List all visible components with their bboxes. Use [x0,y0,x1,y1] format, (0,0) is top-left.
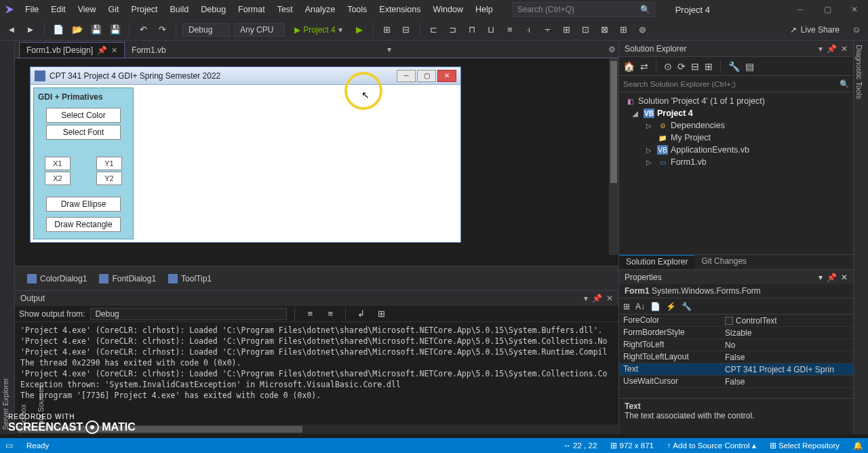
output-toggle2-icon[interactable]: ⊞ [374,307,389,321]
close-icon[interactable]: ✕ [841,0,868,19]
prop-row-righttoleftlayout[interactable]: RightToLeftLayoutFalse [619,351,853,363]
new-icon[interactable]: 📄 [51,22,66,37]
component-tooltip[interactable]: ToolTip1 [168,274,212,283]
save-icon[interactable]: 💾 [89,22,104,37]
preview-icon[interactable]: ▤ [745,61,754,72]
select-color-button[interactable]: Select Color [46,108,121,123]
menu-git[interactable]: Git [102,2,125,17]
gdi-panel[interactable]: GDI + Primatives Select Color Select Fon… [33,87,134,239]
menu-tools[interactable]: Tools [341,2,373,17]
form-designer[interactable]: CPT 341 Project 4 GDI+ Spring Semester 2… [30,66,461,243]
notifications-icon[interactable]: 🔔 [853,441,863,450]
close-panel-icon[interactable]: ✕ [841,273,848,282]
properties-object-selector[interactable]: Form1 System.Windows.Forms.Form [619,284,853,298]
expander-icon[interactable]: ▷ [646,159,654,166]
properties-icon[interactable]: 🔧 [728,61,740,72]
layout-icon[interactable]: ⊞ [380,22,395,37]
prop-row-usewaitcursor[interactable]: UseWaitCursorFalse [619,376,853,388]
align7-icon[interactable]: ⫟ [540,22,555,37]
doc-dropdown-icon[interactable]: ▾ [387,45,391,54]
output-toggle-icon[interactable]: ≡ [323,307,338,321]
pin-icon[interactable]: 📌 [97,45,107,55]
align12-icon[interactable]: ⊚ [635,22,650,37]
appevents-node[interactable]: ▷VBApplicationEvents.vb [619,144,853,156]
alphabetical-icon[interactable]: A↓ [635,302,645,311]
align3-icon[interactable]: ⊓ [465,22,479,37]
events-icon[interactable]: ⚡ [666,302,676,311]
y2-field[interactable]: Y2 [96,172,122,185]
menu-extensions[interactable]: Extensions [373,2,427,17]
solution-explorer-tab[interactable]: Solution Explorer [619,255,694,269]
draw-rectangle-button[interactable]: Draw Rectangle [46,217,121,232]
minimize-icon[interactable]: ─ [787,0,814,19]
undo-icon[interactable]: ↶ [136,22,151,37]
menu-debug[interactable]: Debug [195,2,232,17]
solution-node[interactable]: ◧Solution 'Project 4' (1 of 1 project) [619,95,853,107]
prop-row-text[interactable]: TextCPT 341 Project 4 GDI+ Sprin [619,363,853,376]
add-source-control-button[interactable]: ↑ Add to Source Control ▴ [667,441,756,450]
output-wordwrap-icon[interactable]: ↲ [353,307,368,321]
redo-icon[interactable]: ↷ [155,22,170,37]
output-clear-icon[interactable]: ≡ [302,307,317,321]
home-icon[interactable]: 🏠 [623,61,635,72]
start-noDebug-icon[interactable]: ▶ [352,22,367,37]
git-changes-tab[interactable]: Git Changes [694,255,753,269]
align11-icon[interactable]: ⊞ [616,22,631,37]
config-dropdown[interactable]: Debug [182,23,230,37]
menu-window[interactable]: Window [427,2,469,17]
search-input[interactable]: Search (Ctrl+Q)🔍 [513,2,655,17]
myproject-node[interactable]: 📁My Project [619,132,853,144]
menu-build[interactable]: Build [163,2,195,17]
align4-icon[interactable]: ⊔ [484,22,498,37]
prop-row-formborderstyle[interactable]: FormBorderStyleSizable [619,327,853,339]
prop-row-righttoleft[interactable]: RightToLeftNo [619,339,853,351]
menu-format[interactable]: Format [232,2,271,17]
expander-icon[interactable]: ▷ [646,122,654,130]
align2-icon[interactable]: ⊐ [446,22,460,37]
align8-icon[interactable]: ⊞ [559,22,574,37]
prop-row-forecolor[interactable]: ForeColorControlText [619,315,853,327]
align6-icon[interactable]: ⫞ [521,22,536,37]
menu-project[interactable]: Project [125,2,164,17]
select-repo-button[interactable]: ⊞ Select Repository [770,441,840,450]
close-tab-icon[interactable]: ✕ [111,46,117,55]
menu-test[interactable]: Test [271,2,299,17]
tab-form1-design[interactable]: Form1.vb [Design]📌✕ [19,42,125,58]
output-pin-icon[interactable]: 📌 [592,294,602,303]
select-font-button[interactable]: Select Font [46,125,121,140]
prop-pages-icon[interactable]: 🔧 [682,302,692,311]
output-close-icon[interactable]: ✕ [606,294,613,303]
platform-dropdown[interactable]: Any CPU [234,23,285,37]
expander-icon[interactable]: ◢ [633,110,641,117]
views-icon[interactable]: ▾ [818,44,823,54]
designer-scrollbar[interactable] [609,58,618,255]
server-explorer-tab[interactable]: Server Explorer [1,45,9,430]
categorized-icon[interactable]: ⊞ [623,302,630,311]
save-all-icon[interactable]: 💾 [108,22,123,37]
tab-settings-icon[interactable]: ⚙ [608,45,616,54]
menu-file[interactable]: File [19,2,45,17]
menu-view[interactable]: View [72,2,102,17]
component-fontdialog[interactable]: FontDialog1 [99,274,156,283]
views-icon[interactable]: ▾ [818,273,823,282]
align9-icon[interactable]: ⊡ [578,22,593,37]
menu-analyze[interactable]: Analyze [299,2,341,17]
layout2-icon[interactable]: ⊟ [399,22,414,37]
dependencies-node[interactable]: ▷⚙Dependencies [619,119,853,132]
tab-form1-vb[interactable]: Form1.vb [125,43,173,58]
x1-field[interactable]: X1 [45,157,71,170]
form1-node[interactable]: ▷▭Form1.vb [619,156,853,168]
start-button[interactable]: ▶Project 4 ▾ [289,24,347,36]
align5-icon[interactable]: ≡ [502,22,517,37]
expander-icon[interactable]: ▷ [646,146,654,154]
menu-edit[interactable]: Edit [45,2,72,17]
close-panel-icon[interactable]: ✕ [841,44,848,54]
open-icon[interactable]: 📂 [70,22,85,37]
nav-fwd-icon[interactable]: ► [23,22,38,37]
sync-icon[interactable]: ⟳ [677,61,686,72]
pending-icon[interactable]: ⊙ [664,61,672,72]
live-share-button[interactable]: ↗Live Share [785,25,845,35]
output-source-dropdown[interactable]: Debug [90,308,287,320]
solution-search-input[interactable]: Search Solution Explorer (Ctrl+;)🔍 [619,76,853,92]
output-dropdown-icon[interactable]: ▾ [584,294,588,303]
